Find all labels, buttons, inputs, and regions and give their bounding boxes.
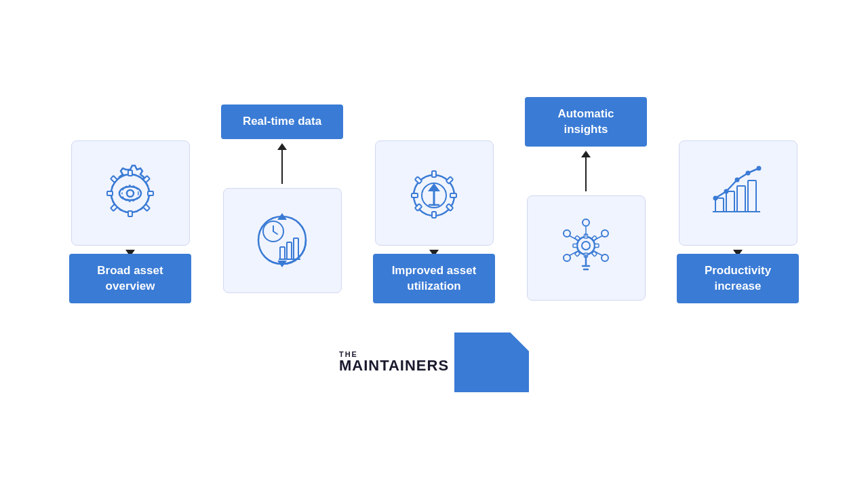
main-container: Broad asset overview Real-time data <box>0 81 868 413</box>
logo-text: THE MAINTAINERS <box>339 351 449 373</box>
svg-rect-7 <box>111 204 117 211</box>
gear-arrow-icon <box>397 156 471 231</box>
svg-rect-19 <box>294 238 298 259</box>
svg-rect-2 <box>128 211 132 216</box>
icon-box-2 <box>223 188 342 293</box>
icon-box-5 <box>679 140 797 246</box>
icon-box-1 <box>71 140 190 246</box>
label-improved-asset-utilization: Improved asset utilization <box>373 254 495 303</box>
label-real-time-data: Real-time data <box>221 104 343 138</box>
svg-rect-39 <box>595 244 599 248</box>
svg-rect-27 <box>446 176 454 184</box>
svg-rect-22 <box>432 171 436 177</box>
clock-chart-icon <box>245 203 319 278</box>
column-2: Real-time data <box>214 104 350 292</box>
svg-point-66 <box>757 166 762 170</box>
column-5: Productivity increase <box>670 94 806 303</box>
logo-area: THE MAINTAINERS <box>339 325 529 400</box>
svg-rect-8 <box>143 204 150 211</box>
arrow-up-2 <box>277 143 287 184</box>
svg-rect-58 <box>726 191 734 212</box>
column-3: Improved asset utilization <box>366 94 502 303</box>
label-productivity-increase: Productivity increase <box>677 254 799 303</box>
logo-maintainers-text: MAINTAINERS <box>339 358 449 373</box>
svg-point-62 <box>713 195 718 200</box>
svg-rect-26 <box>415 176 422 184</box>
diagram-row: Broad asset overview Real-time data <box>27 94 841 303</box>
svg-rect-38 <box>573 244 577 248</box>
arrow-up-4 <box>581 151 591 191</box>
svg-rect-4 <box>148 191 153 195</box>
bulb-gear-icon <box>549 210 623 285</box>
logo-icon <box>454 325 529 400</box>
svg-point-44 <box>583 219 589 226</box>
label-broad-asset-overview: Broad asset overview <box>69 254 191 303</box>
svg-rect-1 <box>128 170 132 176</box>
svg-point-65 <box>746 170 751 175</box>
svg-point-63 <box>724 189 729 193</box>
svg-rect-5 <box>111 176 117 183</box>
svg-rect-18 <box>287 242 292 259</box>
svg-rect-17 <box>280 247 285 259</box>
label-automatic-insights: Automatic insights <box>525 97 647 146</box>
eye-gear-icon <box>93 156 167 231</box>
icon-box-4 <box>527 195 646 301</box>
icon-box-3 <box>375 140 494 246</box>
svg-rect-23 <box>432 212 436 218</box>
svg-point-64 <box>735 177 740 182</box>
column-4: Automatic insights <box>518 97 654 300</box>
svg-rect-59 <box>737 186 745 212</box>
column-1: Broad asset overview <box>62 94 198 303</box>
svg-rect-3 <box>107 191 113 195</box>
chart-line-icon <box>701 156 775 231</box>
svg-rect-25 <box>450 193 456 197</box>
svg-rect-24 <box>412 193 418 197</box>
svg-rect-60 <box>748 180 756 212</box>
